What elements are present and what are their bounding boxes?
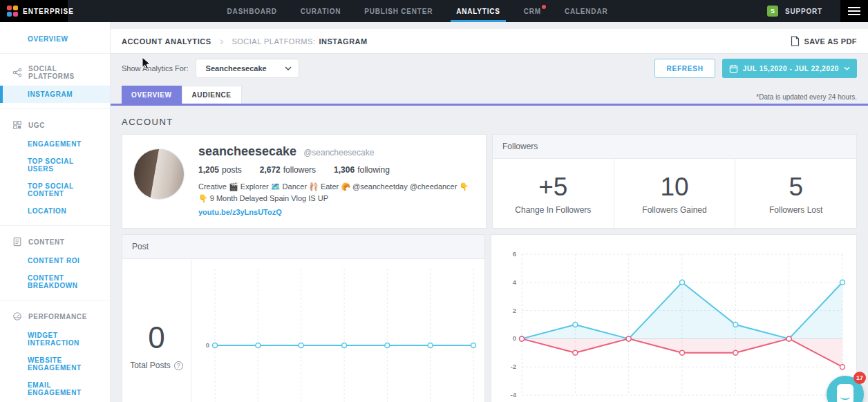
pdf-document-icon [791,36,800,46]
followers-gained-stat: 10 Followers Gained [614,159,735,228]
sidebar-group-label: CONTENT [28,238,65,246]
sidebar-divider [0,53,110,54]
main-nav: DASHBOARD CURATION PUBLISH CENTER ANALYT… [227,0,608,22]
posts-unit: posts [222,165,242,175]
tab-audience[interactable]: AUDIENCE [182,86,242,104]
sidebar-item-email-engagement[interactable]: EMAIL ENGAGEMENT [0,376,110,401]
followers-stats-row: +5 Change In Followers 10 Followers Gain… [493,159,856,228]
posts-count: 1,205 [198,165,219,175]
followers-lost-stat: 5 Followers Lost [735,159,856,228]
user-initial-badge[interactable]: S [767,6,778,17]
total-posts-label: Total Posts ? [130,361,183,370]
cards-row-2: Post 0 Total Posts ? 0 6420-2-4JUL 15JUL… [122,234,857,402]
sidebar-group-label: UGC [28,122,45,129]
sidebar-item-content-roi[interactable]: CONTENT ROI [0,252,110,269]
total-posts-stat: 0 Total Posts ? [122,259,191,402]
sidebar: OVERVIEW SOCIAL PLATFORMS INSTAGRAM UGC … [0,22,111,402]
date-range-picker[interactable]: JUL 15,2020 - JUL 22,2020 [722,59,857,78]
calendar-icon [729,64,738,73]
chevron-right-icon: › [220,35,224,47]
account-name: seancheesecake [198,144,296,159]
post-card-title: Post [122,235,484,259]
sidebar-item-overview[interactable]: OVERVIEW [0,30,110,48]
account-bio: Creative 🎬 Explorer 🗺️ Dancer 🩰 Eater 🥐 … [198,181,475,204]
account-select-dropdown[interactable]: Seancheesecake [196,59,299,78]
sidebar-item-location[interactable]: LOCATION [0,202,110,220]
followers-count: 2,672 [260,165,281,175]
sidebar-group-social-platforms: SOCIAL PLATFORMS [0,59,110,86]
followers-stat: 2,672followers [260,165,316,175]
refresh-button[interactable]: REFRESH [654,59,715,78]
change-in-followers-value: +5 [538,173,567,202]
share-icon [12,68,22,77]
filter-row: Show Analytics For: Seancheesecake REFRE… [111,54,868,83]
sidebar-item-widget-interaction[interactable]: WIDGET INTERACTION [0,327,110,352]
nav-item-calendar[interactable]: CALENDAR [565,0,608,22]
save-as-pdf-label: SAVE AS PDF [804,37,857,46]
followers-chart: 6420-2-4JUL 15JUL 16JUL 17JUL 18JUL 19JU… [497,243,851,402]
followers-card-title: Followers [493,135,856,159]
account-select-value: Seancheesecake [206,64,267,73]
account-stats: 1,205posts 2,672followers 1,306following [198,165,475,175]
sidebar-item-instagram[interactable]: INSTAGRAM [0,86,110,103]
support-link[interactable]: SUPPORT [785,8,822,15]
followers-gained-label: Followers Gained [642,205,706,215]
sidebar-group-ugc: UGC [0,115,110,135]
save-as-pdf-button[interactable]: SAVE AS PDF [791,36,857,46]
followers-chart-card: 6420-2-4JUL 15JUL 16JUL 17JUL 18JUL 19JU… [491,234,857,402]
account-info: seancheesecake @seancheesecake 1,205post… [198,144,475,218]
sidebar-item-top-social-users[interactable]: TOP SOCIAL USERS [0,153,110,178]
help-icon[interactable]: ? [174,361,183,370]
account-bio-link[interactable]: youtu.be/z3yLnsUTozQ [198,208,475,216]
sidebar-item-top-social-content[interactable]: TOP SOCIAL CONTENT [0,178,110,202]
following-stat: 1,306following [334,165,390,175]
nav-item-analytics[interactable]: ANALYTICS [456,0,500,22]
nav-item-crm-label: CRM [524,8,541,15]
cards-row-1: seancheesecake @seancheesecake 1,205post… [122,134,857,229]
total-posts-label-text: Total Posts [130,361,171,370]
sidebar-divider [0,300,110,300]
nav-item-crm[interactable]: CRM [524,0,541,22]
change-in-followers-stat: +5 Change In Followers [493,159,614,228]
tab-overview[interactable]: OVERVIEW [122,86,182,104]
svg-text:2: 2 [513,307,516,314]
notification-dot [542,5,546,9]
show-analytics-for-label: Show Analytics For: [122,64,189,73]
nav-item-publish-center[interactable]: PUBLISH CENTER [364,0,433,22]
breadcrumb-account-analytics[interactable]: ACCOUNT ANALYTICS [122,37,211,46]
nav-item-curation[interactable]: CURATION [301,0,341,22]
sidebar-divider [0,108,110,109]
svg-text:-4: -4 [511,391,517,399]
sidebar-item-website-engagement[interactable]: WEBSITE ENGAGEMENT [0,352,110,376]
sidebar-group-performance: PERFORMANCE [0,306,110,327]
hamburger-menu-icon[interactable] [840,0,868,22]
followers-lost-value: 5 [789,173,803,202]
avatar [133,149,185,200]
following-unit: following [357,165,390,175]
followers-lost-label: Followers Lost [769,205,822,215]
svg-text:0: 0 [513,334,516,342]
breadcrumb: ACCOUNT ANALYTICS › SOCIAL PLATFORMS: IN… [111,29,868,54]
following-count: 1,306 [334,165,355,175]
change-in-followers-label: Change In Followers [515,205,591,215]
svg-text:6: 6 [513,250,516,258]
chat-widget: 17 [827,376,864,402]
post-card: Post 0 Total Posts ? 0 [122,234,485,402]
followers-unit: followers [283,165,316,175]
data-update-note: *Data is updated every 24 hours. [756,93,857,104]
sidebar-group-content: CONTENT [0,231,110,252]
document-icon [12,237,22,247]
breadcrumb-platform-value: INSTAGRAM [319,37,367,46]
svg-text:0: 0 [206,341,209,349]
sidebar-item-content-breakdown[interactable]: CONTENT BREAKDOWN [0,269,110,294]
nav-item-dashboard[interactable]: DASHBOARD [227,0,277,22]
sidebar-divider [0,225,110,226]
overview-panel: ACCOUNT seancheesecake @seancheesecake 1… [111,106,868,381]
followers-summary-card: Followers +5 Change In Followers 10 Foll… [492,134,857,229]
brand-logo[interactable]: ENTERPRISE [0,0,68,22]
breadcrumb-platform-label: SOCIAL PLATFORMS: [232,37,315,46]
sidebar-item-engagement[interactable]: ENGAGEMENT [0,135,110,153]
account-profile-card: seancheesecake @seancheesecake 1,205post… [122,134,487,229]
sidebar-group-label: PERFORMANCE [28,313,87,320]
posts-chart: 0 [191,259,484,402]
